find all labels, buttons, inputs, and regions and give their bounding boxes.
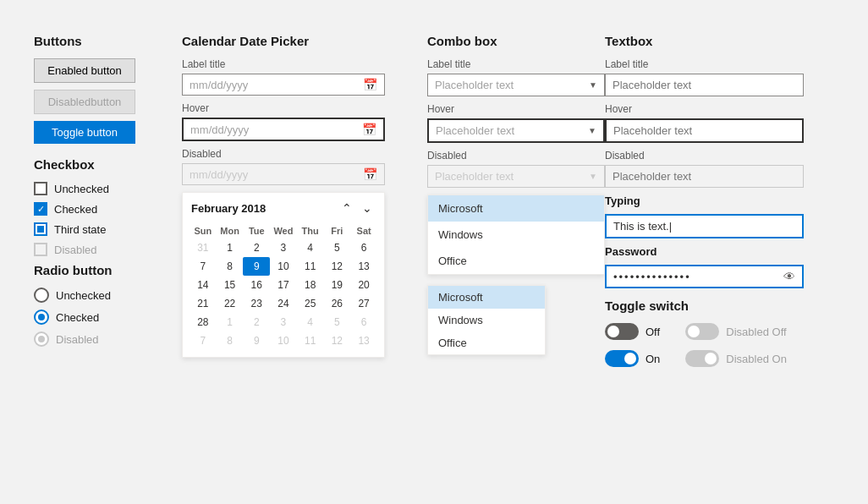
cal-dow-mon: Mon	[217, 223, 244, 238]
cal-dow-wed: Wed	[270, 223, 297, 238]
textbox-typing[interactable]	[605, 214, 804, 238]
dropdown-list-2: Microsoft Windows Office	[427, 285, 546, 355]
calendar-icon-normal[interactable]: 📅	[363, 78, 377, 91]
calendar-month-label: February 2018	[191, 202, 266, 215]
checkbox-checked[interactable]: ✓ Checked	[34, 202, 173, 216]
textbox-normal[interactable]	[605, 74, 804, 96]
calendar-day[interactable]: 24	[270, 294, 297, 313]
buttons-section: Buttons Enabled button Disabledbutton To…	[34, 25, 173, 377]
toggle-off-track[interactable]	[605, 323, 639, 340]
combo-placeholder-normal: Placeholder text	[435, 79, 589, 91]
calendar-day[interactable]: 23	[243, 294, 270, 313]
toggle-off-label: Off	[646, 326, 660, 338]
toggle-on-track[interactable]	[605, 350, 639, 367]
calendar-nav-buttons: ⌃ ⌄	[338, 200, 376, 216]
calendar-day[interactable]: 19	[324, 276, 351, 294]
calendar-day[interactable]: 16	[243, 276, 270, 294]
dropdown-item-office-1[interactable]: Office	[428, 248, 604, 274]
radio-unchecked[interactable]: Unchecked	[34, 288, 173, 303]
toggle-disabled-on-thumb	[705, 353, 717, 364]
radio-checked-circle[interactable]	[34, 310, 49, 325]
calendar-icon-hover[interactable]: 📅	[362, 123, 376, 136]
calendar-day[interactable]: 25	[297, 294, 324, 313]
calendar-day: 4	[297, 313, 324, 331]
calendar-date-input-hover[interactable]: mm/dd/yyyy 📅	[182, 118, 385, 141]
checkbox-checked-box[interactable]: ✓	[34, 202, 47, 216]
calendar-day[interactable]: 4	[297, 238, 324, 257]
checkbox-disabled: Disabled	[34, 243, 173, 256]
textbox-title: Textbox	[605, 34, 799, 48]
radio-unchecked-circle[interactable]	[34, 288, 49, 303]
toggle-on-label: On	[646, 353, 660, 365]
calendar-day[interactable]: 20	[350, 276, 377, 294]
eye-icon[interactable]: 👁	[783, 270, 795, 283]
toggle-disabled-on-row: Disabled On	[685, 350, 787, 367]
combo-disabled: Placeholder text ▼	[427, 165, 605, 188]
dropdown-item-windows-1[interactable]: Windows	[428, 222, 604, 248]
calendar-section: Calendar Date Picker Label title mm/dd/y…	[173, 25, 402, 377]
calendar-day[interactable]: 10	[270, 257, 297, 276]
calendar-day[interactable]: 5	[324, 238, 351, 257]
calendar-day[interactable]: 7	[190, 257, 217, 276]
calendar-day[interactable]: 13	[350, 257, 377, 276]
password-wrap[interactable]: •••••••••••••• 👁	[605, 265, 804, 288]
calendar-day[interactable]: 21	[190, 294, 217, 313]
calendar-day[interactable]: 27	[350, 294, 377, 313]
checkbox-unchecked-box[interactable]	[34, 182, 47, 195]
calendar-day[interactable]: 17	[270, 276, 297, 294]
calendar-day[interactable]: 18	[297, 276, 324, 294]
calendar-day: 12	[324, 331, 351, 350]
calendar-day[interactable]: 9	[243, 257, 270, 276]
radio-section: Radio button Unchecked Checked Disabled	[34, 263, 173, 347]
toggle-disabled-off-row: Disabled Off	[685, 323, 787, 340]
calendar-day[interactable]: 26	[324, 294, 351, 313]
radio-checked-dot	[38, 314, 45, 320]
checkbox-unchecked[interactable]: Unchecked	[34, 182, 173, 195]
calendar-day[interactable]: 14	[190, 276, 217, 294]
toggle-on-row[interactable]: On	[605, 350, 660, 367]
checkmark-icon: ✓	[37, 205, 45, 214]
calendar-prev-button[interactable]: ⌃	[338, 200, 355, 216]
calendar-header: February 2018 ⌃ ⌄	[190, 200, 377, 216]
textbox-section: Textbox Label title Hover Disabled Typin…	[588, 25, 799, 377]
toggle-off-row[interactable]: Off	[605, 323, 660, 340]
calendar-date-input-disabled: mm/dd/yyyy 📅	[182, 163, 385, 185]
calendar-day: 8	[217, 331, 244, 350]
combobox-label-title: Label title	[427, 58, 588, 70]
third-state-mark	[37, 226, 44, 233]
dropdown-item-microsoft-2[interactable]: Microsoft	[428, 286, 545, 309]
calendar-day[interactable]: 22	[217, 294, 244, 313]
calendar-date-input-normal[interactable]: mm/dd/yyyy 📅	[182, 74, 385, 96]
calendar-disabled-label: Disabled	[182, 148, 402, 160]
calendar-day: 13	[350, 331, 377, 350]
calendar-day[interactable]: 3	[270, 238, 297, 257]
dropdown-item-windows-2[interactable]: Windows	[428, 309, 545, 331]
calendar-grid: Sun Mon Tue Wed Thu Fri Sat 311234567891…	[190, 223, 377, 350]
textbox-typing-label: Typing	[605, 194, 799, 207]
dropdown-item-office-2[interactable]: Office	[428, 331, 545, 354]
calendar-day[interactable]: 6	[350, 238, 377, 257]
combobox-disabled-label: Disabled	[427, 150, 588, 162]
combo-hover[interactable]: Placeholder text ▼	[427, 118, 605, 143]
textbox-hover[interactable]	[605, 118, 804, 143]
radio-disabled-dot	[38, 336, 45, 342]
calendar-next-button[interactable]: ⌄	[359, 200, 376, 216]
calendar-day[interactable]: 12	[324, 257, 351, 276]
enabled-button[interactable]: Enabled button	[34, 58, 135, 83]
calendar-day[interactable]: 8	[217, 257, 244, 276]
radio-checked[interactable]: Checked	[34, 310, 173, 325]
calendar-label-title: Label title	[182, 58, 402, 70]
dropdown-item-microsoft-1[interactable]: Microsoft	[428, 195, 604, 222]
checkbox-third-box[interactable]	[34, 222, 47, 236]
combo-normal[interactable]: Placeholder text ▼	[427, 74, 605, 96]
calendar-day[interactable]: 15	[217, 276, 244, 294]
calendar-day[interactable]: 2	[243, 238, 270, 257]
checkbox-third[interactable]: Third state	[34, 222, 173, 236]
calendar-day[interactable]: 28	[190, 313, 217, 331]
calendar-day[interactable]: 1	[217, 238, 244, 257]
calendar-day: 7	[190, 331, 217, 350]
calendar-placeholder-hover: mm/dd/yyyy	[190, 123, 362, 136]
toggle-button[interactable]: Toggle button	[34, 121, 135, 144]
calendar-day[interactable]: 11	[297, 257, 324, 276]
toggle-disabled-on-label: Disabled On	[726, 353, 787, 365]
